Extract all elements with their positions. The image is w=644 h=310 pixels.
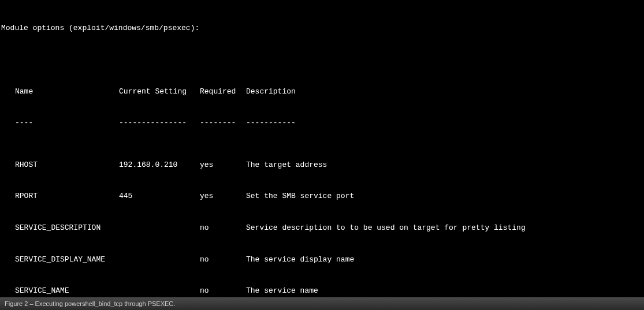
module-row: SERVICE_DISPLAY_NAMEnoThe service displa… [1, 255, 643, 265]
module-header-dashes: -------------------------------------- [1, 118, 643, 128]
module-row: RHOST192.168.0.210yesThe target address [1, 160, 643, 170]
module-row: SERVICE_NAMEnoThe service name [1, 286, 643, 294]
module-header-description: Description [246, 87, 296, 97]
module-row: RPORT445yesSet the SMB service port [1, 191, 643, 201]
module-header-current: Current Setting [119, 87, 200, 97]
terminal-output: Module options (exploit/windows/smb/psex… [0, 0, 644, 294]
module-header-required: Required [200, 87, 246, 97]
module-title: Module options (exploit/windows/smb/psex… [1, 23, 643, 33]
figure-caption: Figure 2 – Executing powershell_bind_tcp… [0, 297, 644, 310]
module-row: SERVICE_DESCRIPTIONnoService description… [1, 223, 643, 233]
module-header-row: NameCurrent SettingRequiredDescription [1, 87, 643, 97]
module-header-name: Name [15, 87, 119, 97]
